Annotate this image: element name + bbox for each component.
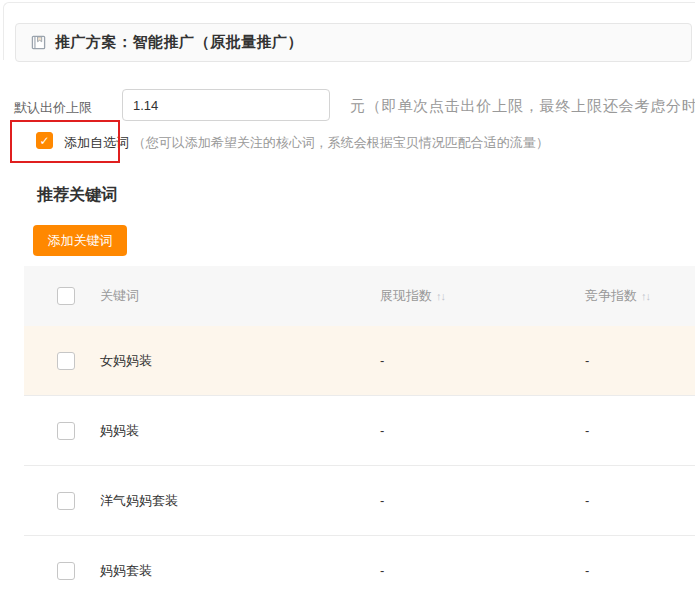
impression-cell: - — [380, 493, 585, 508]
row-checkbox[interactable] — [57, 562, 75, 580]
keyword-cell: 妈妈套装 — [100, 562, 380, 580]
sort-arrows-icon[interactable]: ↑↓ — [641, 290, 650, 302]
custom-words-hint: （您可以添加希望关注的核心词，系统会根据宝贝情况匹配合适的流量） — [133, 135, 549, 150]
row-checkbox[interactable] — [57, 492, 75, 510]
header-checkbox-cell — [24, 287, 100, 305]
table-header-row: 关键词 展现指数↑↓ 竞争指数↑↓ — [24, 266, 695, 326]
keyword-cell: 女妈妈装 — [100, 352, 380, 370]
impression-column-header[interactable]: 展现指数↑↓ — [380, 287, 585, 305]
plan-title: 推广方案：智能推广（原批量推广） — [55, 33, 303, 52]
bid-cap-hint: 元（即单次点击出价上限，最终上限还会考虑分时 — [350, 97, 695, 116]
impression-cell: - — [380, 353, 585, 368]
keywords-table: 关键词 展现指数↑↓ 竞争指数↑↓ 女妈妈装 - - 妈妈装 - - 洋气妈妈套… — [24, 266, 695, 603]
plan-header: 推广方案：智能推广（原批量推广） — [15, 23, 692, 62]
table-row[interactable]: 妈妈套装 - - — [24, 536, 695, 603]
row-checkbox[interactable] — [57, 352, 75, 370]
sort-arrows-icon[interactable]: ↑↓ — [436, 290, 445, 302]
table-row[interactable]: 女妈妈装 - - — [24, 326, 695, 396]
add-keywords-button[interactable]: 添加关键词 — [33, 225, 127, 256]
competition-cell: - — [585, 563, 695, 578]
plan-book-icon — [31, 35, 46, 50]
impression-cell: - — [380, 423, 585, 438]
bid-cap-input[interactable] — [122, 89, 330, 121]
keyword-cell: 妈妈装 — [100, 422, 380, 440]
custom-words-text: 添加自选词 （您可以添加希望关注的核心词，系统会根据宝贝情况匹配合适的流量） — [64, 134, 549, 152]
custom-words-label: 添加自选词 — [64, 135, 129, 150]
keyword-column-header: 关键词 — [100, 287, 380, 305]
impression-cell: - — [380, 563, 585, 578]
check-icon: ✓ — [39, 135, 49, 147]
competition-cell: - — [585, 493, 695, 508]
custom-words-checkbox[interactable]: ✓ — [36, 132, 53, 149]
bid-cap-label: 默认出价上限 — [14, 99, 92, 117]
table-row[interactable]: 妈妈装 - - — [24, 396, 695, 466]
table-row[interactable]: 洋气妈妈套装 - - — [24, 466, 695, 536]
competition-cell: - — [585, 423, 695, 438]
select-all-checkbox[interactable] — [57, 287, 75, 305]
recommended-keywords-title: 推荐关键词 — [37, 185, 117, 206]
competition-cell: - — [585, 353, 695, 368]
competition-column-header[interactable]: 竞争指数↑↓ — [585, 287, 695, 305]
keyword-cell: 洋气妈妈套装 — [100, 492, 380, 510]
promotion-plan-page: 推广方案：智能推广（原批量推广） 默认出价上限 元（即单次点击出价上限，最终上限… — [0, 0, 695, 603]
row-checkbox[interactable] — [57, 422, 75, 440]
